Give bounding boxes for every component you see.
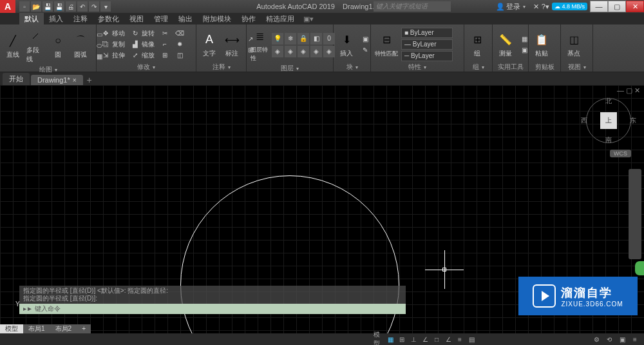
layout-model[interactable]: 模型 <box>0 324 23 333</box>
tab-collaborate[interactable]: 协作 <box>236 13 261 25</box>
view-top-face[interactable]: 上 <box>600 112 617 129</box>
maximize-button[interactable]: ▢ <box>608 1 626 12</box>
trim-button[interactable]: ✂ <box>158 28 171 39</box>
circle-button[interactable]: ○圆 <box>48 30 68 61</box>
qat-undo-icon[interactable]: ↶ <box>77 1 88 12</box>
copy-button[interactable]: ⿻复制 <box>99 39 127 50</box>
measure-button[interactable]: 📏测量 <box>495 29 516 59</box>
status-otrack-icon[interactable]: ∠ <box>443 335 453 344</box>
status-model[interactable]: 模型 <box>374 335 384 344</box>
paste-button[interactable]: 📋粘贴 <box>531 29 552 59</box>
tab-insert[interactable]: 插入 <box>44 13 68 25</box>
status-anno-icon[interactable]: ⟲ <box>604 335 614 344</box>
status-menu-icon[interactable]: ≡ <box>630 335 640 344</box>
layer-thaw-icon[interactable]: ◈ <box>298 46 309 57</box>
layout-1[interactable]: 布局1 <box>23 324 50 333</box>
status-grid-icon[interactable]: ▦ <box>385 335 395 344</box>
mirror-button[interactable]: ▟镜像 <box>129 39 156 50</box>
app-logo[interactable]: A <box>0 0 15 13</box>
qat-saveas-icon[interactable]: 💾 <box>54 1 64 12</box>
qat-print-icon[interactable]: 🖨 <box>66 1 76 12</box>
search-box[interactable]: 键入关键字或短语 <box>374 1 451 12</box>
tab-default[interactable]: 默认 <box>19 13 44 25</box>
help-icon[interactable]: ?▾ <box>542 3 549 11</box>
offset-button[interactable]: ◫ <box>173 50 186 61</box>
tab-parametric[interactable]: 参数化 <box>93 13 124 25</box>
drawing-canvas[interactable]: — ▢ ✕ Y 上 北 南 东 西 WCS 指定圆的半径或 [直径(D)] <默… <box>0 85 644 333</box>
panel-annotation-title[interactable]: 注释▾ <box>199 63 243 72</box>
group-button[interactable]: ⊞组 <box>467 29 488 59</box>
rotate-button[interactable]: ↻旋转 <box>129 28 156 39</box>
qat-save-icon[interactable]: 💾 <box>43 1 53 12</box>
scale-button[interactable]: ⤢缩放 <box>129 50 156 61</box>
status-transparency-icon[interactable]: ▤ <box>466 335 477 344</box>
view-west[interactable]: 西 <box>581 116 587 125</box>
wcs-label[interactable]: WCS <box>610 150 631 157</box>
linetype-combo[interactable]: ─ ByLayer <box>401 51 453 61</box>
view-south[interactable]: 南 <box>605 135 612 144</box>
panel-layers-title[interactable]: 图层▾ <box>249 64 330 73</box>
close-button[interactable]: ✕ <box>626 1 644 12</box>
viewport-close-icon[interactable]: ✕ <box>634 86 640 95</box>
tab-addins[interactable]: 附加模块 <box>198 13 236 25</box>
array-button[interactable]: ⊞ <box>158 50 171 61</box>
status-osnap-icon[interactable]: □ <box>431 335 442 344</box>
viewport-max-icon[interactable]: ▢ <box>626 86 632 95</box>
status-workspace-icon[interactable]: ⚙ <box>591 335 601 344</box>
layer-color-icon[interactable]: ◧ <box>310 33 322 44</box>
panel-group-title[interactable]: 组▾ <box>467 63 489 72</box>
insert-button[interactable]: ⬇插入 <box>336 29 357 59</box>
panel-block-title[interactable]: 块▾ <box>336 63 368 72</box>
qat-dropdown-icon[interactable]: ▾ <box>100 1 111 12</box>
qat-open-icon[interactable]: 📂 <box>31 1 41 12</box>
line-button[interactable]: ╱直线 <box>3 30 23 61</box>
arc-button[interactable]: ⌒圆弧 <box>70 30 91 61</box>
layout-add[interactable]: + <box>77 324 91 333</box>
panel-properties-title[interactable]: 特性▾ <box>374 63 461 72</box>
layer-props-button[interactable]: ≣图层特性 <box>249 26 270 64</box>
match-props-button[interactable]: ⊟特性匹配 <box>374 30 399 59</box>
file-tab-start[interactable]: 开始 <box>3 73 30 85</box>
layer-off-icon[interactable]: 💡 <box>272 33 283 44</box>
tab-featured[interactable]: 精选应用 <box>261 13 299 25</box>
dim-button[interactable]: ⟷标注 <box>222 29 242 59</box>
tab-output[interactable]: 输出 <box>173 13 198 25</box>
exchange-icon[interactable]: ✕ <box>533 3 539 11</box>
tab-annotate[interactable]: 注释 <box>68 13 93 25</box>
move-button[interactable]: ✥移动 <box>99 28 127 39</box>
panel-modify-title[interactable]: 修改▾ <box>99 63 193 72</box>
color-combo[interactable]: ■ ByLayer <box>401 28 453 38</box>
layer-on-icon[interactable]: ◈ <box>285 46 296 57</box>
file-tab-drawing[interactable]: Drawing1* × <box>31 75 83 85</box>
lineweight-combo[interactable]: — ByLayer <box>401 39 453 50</box>
explode-button[interactable]: ✸ <box>173 39 186 50</box>
close-tab-icon[interactable]: × <box>73 77 77 84</box>
tab-view[interactable]: 视图 <box>124 13 149 25</box>
create-block-button[interactable]: ▣ <box>359 34 372 44</box>
view-east[interactable]: 东 <box>630 116 636 125</box>
layer-freeze-icon[interactable]: ❄ <box>285 33 296 44</box>
layer-lock-icon[interactable]: 🔒 <box>298 33 309 44</box>
viewport-min-icon[interactable]: — <box>617 86 624 95</box>
ribbon-expand-icon[interactable]: ▣▾ <box>303 15 314 23</box>
view-cube[interactable]: 上 北 南 东 西 <box>586 98 631 143</box>
side-badge[interactable] <box>635 261 644 275</box>
qat-new-icon[interactable]: ▫ <box>19 1 30 12</box>
command-input[interactable]: ▸► 键入命令 <box>19 304 406 314</box>
status-lwt-icon[interactable]: ≡ <box>455 335 465 344</box>
base-button[interactable]: ◫基点 <box>564 29 584 59</box>
tab-manage[interactable]: 管理 <box>149 13 173 25</box>
erase-button[interactable]: ⌫ <box>173 28 186 39</box>
minimize-button[interactable]: — <box>590 1 608 12</box>
polyline-button[interactable]: ⟋多段线 <box>25 26 46 65</box>
stretch-button[interactable]: ⇲拉伸 <box>99 50 127 61</box>
login-button[interactable]: 👤 登录 ▾ <box>491 2 531 12</box>
status-clean-icon[interactable]: ▣ <box>617 335 627 344</box>
panel-view-title[interactable]: 视图▾ <box>564 63 590 72</box>
layout-2[interactable]: 布局2 <box>50 324 77 333</box>
text-button[interactable]: A文字 <box>199 29 220 59</box>
status-snap-icon[interactable]: ⊞ <box>397 335 407 344</box>
layer-unlock-icon[interactable]: ◈ <box>310 46 322 57</box>
qat-redo-icon[interactable]: ↷ <box>89 1 99 12</box>
navigation-bar[interactable] <box>629 169 641 259</box>
